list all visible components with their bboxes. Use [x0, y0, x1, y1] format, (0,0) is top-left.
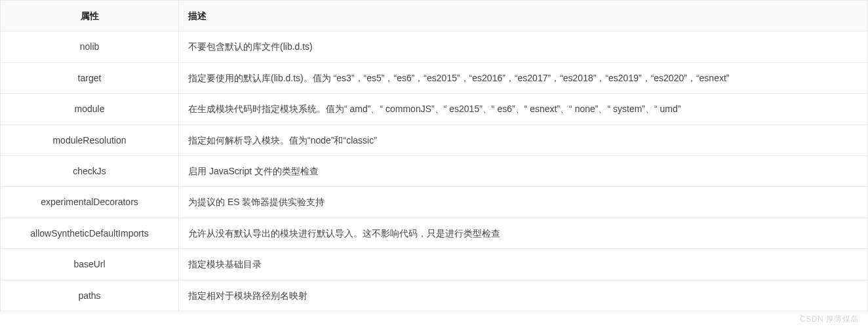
cell-desc: 在生成模块代码时指定模块系统。值为“ amd”、“ commonJS”、“ es… [179, 94, 868, 125]
cell-attr: module [1, 94, 179, 125]
table-row: nolib 不要包含默认的库文件(lib.d.ts) [1, 31, 868, 62]
table-row: module 在生成模块代码时指定模块系统。值为“ amd”、“ commonJ… [1, 94, 868, 125]
table-row: target 指定要使用的默认库(lib.d.ts)。值为 “es3”，“es5… [1, 62, 868, 93]
table-header-row: 属性 描述 [1, 1, 868, 31]
cell-attr: target [1, 62, 179, 93]
table-row: allowSyntheticDefaultImports 允许从没有默认导出的模… [1, 218, 868, 248]
cell-attr: allowSyntheticDefaultImports [1, 218, 179, 248]
table-row: experimentalDecorators 为提议的 ES 装饰器提供实验支持 [1, 187, 868, 218]
cell-desc: 指定相对于模块路径别名映射 [179, 280, 868, 311]
cell-attr: nolib [1, 31, 179, 62]
cell-attr: checkJs [1, 155, 179, 186]
watermark-text: CSDN 厚薄煤岛 [800, 314, 859, 325]
cell-desc: 指定如何解析导入模块。值为“node”和“classic” [179, 125, 868, 155]
cell-desc: 允许从没有默认导出的模块进行默认导入。这不影响代码，只是进行类型检查 [179, 218, 868, 248]
cell-desc: 不要包含默认的库文件(lib.d.ts) [179, 31, 868, 62]
header-attr: 属性 [1, 1, 179, 31]
cell-desc: 为提议的 ES 装饰器提供实验支持 [179, 187, 868, 218]
table-row: baseUrl 指定模块基础目录 [1, 249, 868, 280]
cell-desc: 启用 JavaScript 文件的类型检查 [179, 155, 868, 186]
cell-attr: moduleResolution [1, 125, 179, 155]
cell-desc: 指定要使用的默认库(lib.d.ts)。值为 “es3”，“es5”，“es6”… [179, 62, 868, 93]
cell-attr: paths [1, 280, 179, 311]
options-table: 属性 描述 nolib 不要包含默认的库文件(lib.d.ts) target … [0, 0, 868, 311]
cell-attr: baseUrl [1, 249, 179, 280]
table-row: checkJs 启用 JavaScript 文件的类型检查 [1, 155, 868, 186]
table-row: moduleResolution 指定如何解析导入模块。值为“node”和“cl… [1, 125, 868, 155]
cell-attr: experimentalDecorators [1, 187, 179, 218]
header-desc: 描述 [179, 1, 868, 31]
cell-desc: 指定模块基础目录 [179, 249, 868, 280]
table-row: paths 指定相对于模块路径别名映射 [1, 280, 868, 311]
